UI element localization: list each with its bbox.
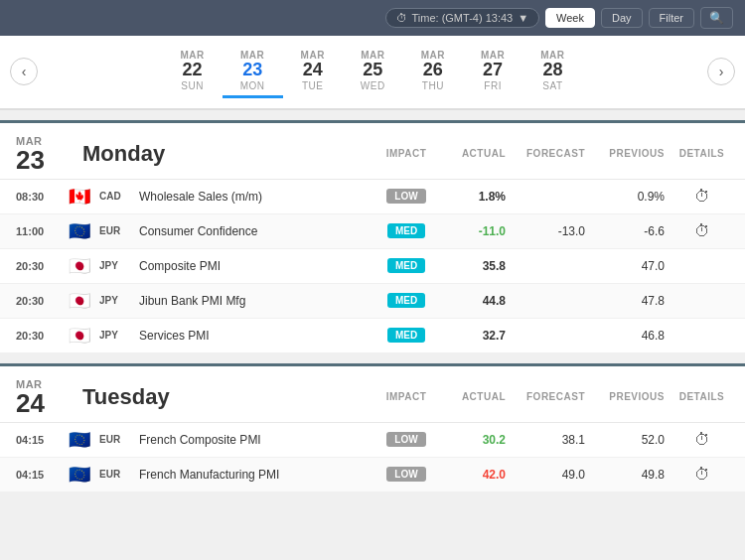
event-row: 20:30 🇯🇵 JPY Services PMI MED 32.7 46.8 bbox=[0, 319, 745, 353]
event-previous: 0.9% bbox=[595, 190, 674, 204]
event-flag: 🇪🇺 bbox=[66, 222, 93, 240]
col-details-header: DETAILS bbox=[674, 391, 729, 402]
event-details[interactable]: ⏱ bbox=[674, 188, 729, 206]
col-actual-header: ACTUAL bbox=[446, 148, 516, 159]
event-currency: JPY bbox=[99, 295, 131, 306]
col-impact-header: IMPACT bbox=[367, 148, 446, 159]
date-item-24[interactable]: MAR 24 TUE bbox=[283, 46, 343, 98]
event-currency: EUR bbox=[99, 225, 131, 236]
col-previous-header: PREVIOUS bbox=[595, 148, 674, 159]
event-currency: JPY bbox=[99, 260, 131, 271]
next-date-button[interactable]: › bbox=[707, 58, 735, 85]
event-forecast: -13.0 bbox=[516, 224, 595, 238]
event-name: Services PMI bbox=[139, 329, 367, 343]
event-name: French Manufacturing PMI bbox=[139, 468, 367, 482]
event-time: 20:30 bbox=[16, 295, 66, 307]
event-row: 20:30 🇯🇵 JPY Composite PMI MED 35.8 47.0 bbox=[0, 249, 745, 284]
col-actual-header: ACTUAL bbox=[446, 391, 516, 402]
badge: MED bbox=[387, 258, 425, 273]
column-headers: IMPACT ACTUAL FORECAST PREVIOUS DETAILS bbox=[367, 391, 729, 402]
section-tuesday: MAR 24 Tuesday IMPACT ACTUAL FORECAST PR… bbox=[0, 363, 745, 492]
details-icon[interactable]: ⏱ bbox=[694, 188, 710, 205]
badge: LOW bbox=[386, 432, 425, 447]
filter-button[interactable]: Filter bbox=[649, 8, 694, 28]
week-button[interactable]: Week bbox=[545, 8, 595, 28]
date-items: MAR 22 SUN MAR 23 MON MAR 24 TUE MAR 25 … bbox=[48, 46, 697, 98]
event-currency: CAD bbox=[99, 191, 131, 202]
event-row: 04:15 🇪🇺 EUR French Manufacturing PMI LO… bbox=[0, 458, 745, 492]
event-actual: 1.8% bbox=[446, 190, 516, 204]
event-actual: -11.0 bbox=[446, 224, 516, 238]
impact-badge: LOW bbox=[367, 432, 446, 447]
event-previous: 47.8 bbox=[595, 294, 674, 308]
details-icon[interactable]: ⏱ bbox=[694, 222, 710, 239]
event-time: 08:30 bbox=[16, 191, 66, 203]
event-actual: 30.2 bbox=[446, 433, 516, 447]
event-actual: 35.8 bbox=[446, 259, 516, 273]
col-forecast-header: FORECAST bbox=[516, 391, 595, 402]
prev-date-button[interactable]: ‹ bbox=[10, 58, 38, 85]
event-details[interactable]: ⏱ bbox=[674, 222, 729, 240]
event-details[interactable]: ⏱ bbox=[674, 431, 729, 449]
time-label: Time: (GMT-4) 13:43 bbox=[412, 12, 514, 24]
section-monday: MAR 23 Monday IMPACT ACTUAL FORECAST PRE… bbox=[0, 120, 745, 353]
col-impact-header: IMPACT bbox=[367, 391, 446, 402]
impact-badge: LOW bbox=[367, 467, 446, 482]
event-row: 04:15 🇪🇺 EUR French Composite PMI LOW 30… bbox=[0, 423, 745, 458]
event-previous: 52.0 bbox=[595, 433, 674, 447]
badge: MED bbox=[387, 223, 425, 238]
date-item-28[interactable]: MAR 28 SAT bbox=[522, 46, 582, 98]
date-item-23[interactable]: MAR 23 MON bbox=[223, 46, 283, 98]
section-title: Monday bbox=[82, 141, 367, 167]
event-time: 04:15 bbox=[16, 434, 66, 446]
details-icon[interactable]: ⏱ bbox=[694, 466, 710, 483]
event-flag: 🇯🇵 bbox=[66, 327, 93, 345]
impact-badge: MED bbox=[367, 293, 446, 308]
time-display[interactable]: ⏱ Time: (GMT-4) 13:43 ▼ bbox=[385, 8, 540, 28]
badge: LOW bbox=[386, 189, 425, 204]
event-flag: 🇪🇺 bbox=[66, 466, 93, 484]
event-previous: -6.6 bbox=[595, 224, 674, 238]
event-currency: JPY bbox=[99, 330, 131, 341]
impact-badge: MED bbox=[367, 328, 446, 343]
day-button[interactable]: Day bbox=[601, 8, 643, 28]
date-item-22[interactable]: MAR 22 SUN bbox=[162, 46, 222, 98]
top-navigation: ⏱ Time: (GMT-4) 13:43 ▼ Week Day Filter … bbox=[0, 0, 745, 36]
clock-icon: ⏱ bbox=[396, 12, 407, 24]
section-title: Tuesday bbox=[82, 384, 367, 410]
event-forecast: 38.1 bbox=[516, 433, 595, 447]
badge: MED bbox=[387, 328, 425, 343]
event-name: Wholesale Sales (m/m) bbox=[139, 190, 367, 204]
details-icon[interactable]: ⏱ bbox=[694, 431, 710, 448]
event-name: Jibun Bank PMI Mfg bbox=[139, 294, 367, 308]
impact-badge: LOW bbox=[367, 189, 446, 204]
impact-badge: MED bbox=[367, 258, 446, 273]
event-flag: 🇨🇦 bbox=[66, 188, 93, 206]
section-date: MAR 24 bbox=[16, 378, 71, 416]
event-currency: EUR bbox=[99, 469, 131, 480]
event-name: Consumer Confidence bbox=[139, 224, 367, 238]
event-time: 11:00 bbox=[16, 225, 66, 237]
column-headers: IMPACT ACTUAL FORECAST PREVIOUS DETAILS bbox=[367, 148, 729, 159]
event-details[interactable]: ⏱ bbox=[674, 466, 729, 484]
event-name: Composite PMI bbox=[139, 259, 367, 273]
event-previous: 46.8 bbox=[595, 329, 674, 343]
event-time: 20:30 bbox=[16, 260, 66, 272]
date-item-27[interactable]: MAR 27 FRI bbox=[463, 46, 522, 98]
search-button[interactable]: 🔍 bbox=[700, 7, 733, 29]
section-header: MAR 23 Monday IMPACT ACTUAL FORECAST PRE… bbox=[0, 123, 745, 180]
event-actual: 44.8 bbox=[446, 294, 516, 308]
event-previous: 49.8 bbox=[595, 468, 674, 482]
event-row: 11:00 🇪🇺 EUR Consumer Confidence MED -11… bbox=[0, 214, 745, 249]
event-name: French Composite PMI bbox=[139, 433, 367, 447]
impact-badge: MED bbox=[367, 223, 446, 238]
event-currency: EUR bbox=[99, 434, 131, 445]
date-item-25[interactable]: MAR 25 WED bbox=[343, 46, 403, 98]
event-previous: 47.0 bbox=[595, 259, 674, 273]
section-header: MAR 24 Tuesday IMPACT ACTUAL FORECAST PR… bbox=[0, 366, 745, 423]
col-details-header: DETAILS bbox=[674, 148, 729, 159]
section-date: MAR 23 bbox=[16, 135, 71, 173]
event-flag: 🇯🇵 bbox=[66, 292, 93, 310]
event-row: 20:30 🇯🇵 JPY Jibun Bank PMI Mfg MED 44.8… bbox=[0, 284, 745, 319]
date-item-26[interactable]: MAR 26 THU bbox=[403, 46, 463, 98]
